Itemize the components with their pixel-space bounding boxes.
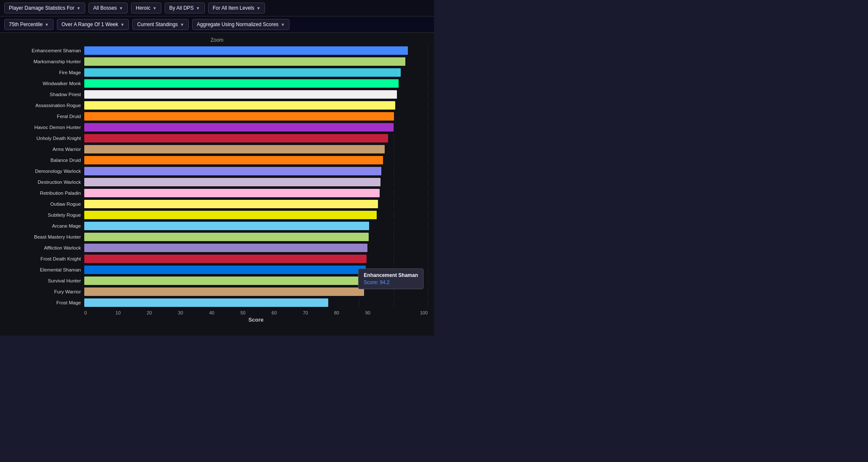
- bar-row: Outlaw Rogue: [6, 199, 428, 210]
- bar-fill: [84, 277, 365, 285]
- x-tick: 10: [115, 310, 147, 315]
- bar-track: [84, 178, 428, 186]
- x-tick: 20: [147, 310, 178, 315]
- bar-fill: [84, 189, 380, 197]
- bar-row: Frost Death Knight: [6, 253, 428, 264]
- spec-label: Survival Hunter: [6, 278, 84, 283]
- bar-track: [84, 200, 428, 208]
- spec-label: Arms Warrior: [6, 147, 84, 152]
- item-levels-dropdown[interactable]: For All Item Levels ▼: [208, 3, 265, 13]
- grid-line: [428, 112, 428, 121]
- grid-line: [428, 211, 428, 219]
- grid-line: [394, 134, 394, 142]
- bar-row: Destruction Warlock: [6, 177, 428, 188]
- spec-label: Retribution Paladin: [6, 191, 84, 196]
- spec-label: Subtlety Rogue: [6, 212, 84, 218]
- role-dropdown[interactable]: By All DPS ▼: [165, 3, 205, 13]
- spec-label: Unholy Death Knight: [6, 136, 84, 141]
- grid-line: [428, 178, 428, 186]
- grid-line: [428, 68, 428, 77]
- spec-label: Marksmanship Hunter: [6, 59, 84, 64]
- bar-fill: [84, 112, 394, 121]
- bar-track: [84, 244, 428, 252]
- spec-label: Arcane Mage: [6, 223, 84, 228]
- grid-line: [428, 101, 428, 110]
- bar-fill: [84, 255, 367, 263]
- x-tick: 0: [84, 310, 115, 315]
- grid-line: [428, 222, 428, 230]
- grid-line: [394, 287, 394, 296]
- bar-row: Marksmanship Hunter: [6, 56, 428, 67]
- second-bar: 75th Percentile ▼ Over A Range Of 1 Week…: [0, 16, 434, 33]
- bar-track: [84, 46, 428, 55]
- bar-fill: [84, 46, 408, 55]
- grid-line: [428, 90, 428, 99]
- chart-area: Enhancement ShamanMarksmanship HunterFir…: [6, 45, 428, 308]
- difficulty-dropdown[interactable]: Heroic ▼: [131, 3, 161, 13]
- grid-line: [428, 57, 428, 66]
- bosses-dropdown[interactable]: All Bosses ▼: [88, 3, 128, 13]
- aggregate-dropdown[interactable]: Aggregate Using Normalized Scores ▼: [192, 19, 289, 30]
- spec-label: Frost Death Knight: [6, 256, 84, 261]
- bar-row: Windwalker Monk: [6, 78, 428, 89]
- x-tick: 50: [240, 310, 271, 315]
- bar-row: Elemental Shaman: [6, 264, 428, 275]
- x-tick: 40: [209, 310, 240, 315]
- grid-line: [394, 211, 394, 219]
- bar-row: Unholy Death Knight: [6, 133, 428, 144]
- bar-track: [84, 145, 428, 153]
- bar-track: [84, 101, 428, 110]
- grid-line: [394, 156, 394, 164]
- spec-label: Demonology Warlock: [6, 169, 84, 174]
- grid-line: [428, 244, 428, 252]
- grid-line: [428, 134, 428, 142]
- grid-line: [428, 46, 428, 55]
- bar-track: [84, 90, 428, 99]
- bar-fill: [84, 134, 388, 142]
- bar-row: Demonology Warlock: [6, 166, 428, 177]
- bar-track: [84, 167, 428, 175]
- bar-fill: [84, 123, 394, 132]
- bar-row: Havoc Demon Hunter: [6, 122, 428, 133]
- x-tick: 70: [303, 310, 334, 315]
- bar-track: [84, 298, 428, 307]
- bar-track: [84, 222, 428, 230]
- grid-line: [394, 233, 394, 241]
- bar-fill: [84, 156, 383, 164]
- stat-type-dropdown[interactable]: Player Damage Statistics For ▼: [4, 3, 85, 13]
- bar-fill: [84, 244, 367, 252]
- bar-row: Fury Warrior: [6, 286, 428, 297]
- bar-track: [84, 266, 428, 274]
- standings-dropdown[interactable]: Current Standings ▼: [132, 19, 189, 30]
- spec-label: Elemental Shaman: [6, 267, 84, 272]
- grid-line: [394, 298, 394, 307]
- bar-fill: [84, 233, 369, 241]
- grid-line: [428, 79, 428, 88]
- spec-label: Frost Mage: [6, 300, 84, 305]
- bar-fill: [84, 68, 401, 77]
- bar-row: Frost Mage: [6, 297, 428, 308]
- bar-track: [84, 189, 428, 197]
- grid-line: [428, 200, 428, 208]
- grid-line: [394, 167, 394, 175]
- spec-label: Windwalker Monk: [6, 81, 84, 86]
- bar-fill: [84, 145, 385, 153]
- bar-track: [84, 134, 428, 142]
- grid-line: [428, 145, 428, 153]
- x-tick: 100: [396, 310, 428, 315]
- spec-label: Fury Warrior: [6, 289, 84, 294]
- bar-fill: [84, 57, 405, 66]
- bar-track: [84, 79, 428, 88]
- bar-row: Feral Druid: [6, 111, 428, 122]
- time-range-dropdown[interactable]: Over A Range Of 1 Week ▼: [57, 19, 129, 30]
- bar-fill: [84, 211, 377, 219]
- x-tick: 80: [334, 310, 365, 315]
- grid-line: [428, 189, 428, 197]
- spec-label: Shadow Priest: [6, 92, 84, 97]
- grid-line: [359, 298, 359, 307]
- grid-line: [428, 287, 428, 296]
- bar-track: [84, 211, 428, 219]
- percentile-dropdown[interactable]: 75th Percentile ▼: [4, 19, 54, 30]
- bar-row: Retribution Paladin: [6, 188, 428, 199]
- x-axis-label: Score: [84, 317, 428, 323]
